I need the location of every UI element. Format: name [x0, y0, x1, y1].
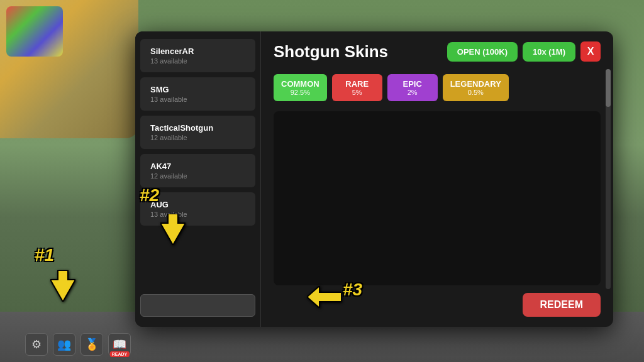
header-buttons: OPEN (100K) 10x (1M) X	[447, 41, 601, 62]
group-icon-button[interactable]: 👥	[53, 333, 75, 356]
left-bottom-area	[135, 289, 260, 322]
close-button[interactable]: X	[580, 41, 601, 62]
right-panel: Shotgun Skins OPEN (100K) 10x (1M) X COM…	[261, 31, 613, 327]
modal-scrollbar[interactable]	[606, 69, 611, 289]
book-icon-button[interactable]: 📖 READY	[108, 333, 131, 356]
rarity-epic[interactable]: EPIC 2%	[387, 74, 438, 101]
weapon-item-silencerar[interactable]: SilencerAR 13 available	[140, 39, 255, 72]
tenx-button[interactable]: 10x (1M)	[523, 42, 575, 62]
modal-header: Shotgun Skins OPEN (100K) 10x (1M) X	[274, 41, 601, 62]
graffiti-decoration	[6, 6, 63, 57]
quantity-input[interactable]	[140, 294, 255, 317]
weapon-item-ak47[interactable]: AK47 12 available	[140, 154, 255, 187]
rarity-rare[interactable]: RARE 5%	[332, 74, 382, 101]
rarity-legendary[interactable]: LEGENDARY 0.5%	[443, 74, 509, 101]
weapon-list: SilencerAR 13 available SMG 13 available…	[135, 31, 261, 327]
rarity-row: COMMON 92.5% RARE 5% EPIC 2% LEGENDARY 0…	[274, 74, 601, 101]
open-button[interactable]: OPEN (100K)	[447, 42, 518, 62]
ready-badge: READY	[110, 351, 130, 357]
settings-icon-button[interactable]: ⚙	[25, 333, 48, 356]
shotgun-skins-modal: SilencerAR 13 available SMG 13 available…	[135, 31, 613, 327]
rarity-common[interactable]: COMMON 92.5%	[274, 74, 327, 101]
weapon-item-aug[interactable]: AUG 13 available	[140, 192, 255, 226]
weapon-item-smg[interactable]: SMG 13 available	[140, 77, 255, 111]
weapon-item-tacticalshotgun[interactable]: TacticalShotgun 12 available	[140, 116, 255, 149]
redeem-button[interactable]: REDEEM	[523, 293, 601, 317]
bottom-toolbar: ⚙ 👥 🏅 📖 READY	[25, 333, 131, 356]
scrollbar-thumb	[606, 69, 611, 107]
skins-content-area	[274, 111, 601, 285]
modal-title: Shotgun Skins	[274, 42, 388, 62]
right-bottom: REDEEM	[274, 293, 601, 317]
badge-icon-button[interactable]: 🏅	[80, 333, 103, 356]
